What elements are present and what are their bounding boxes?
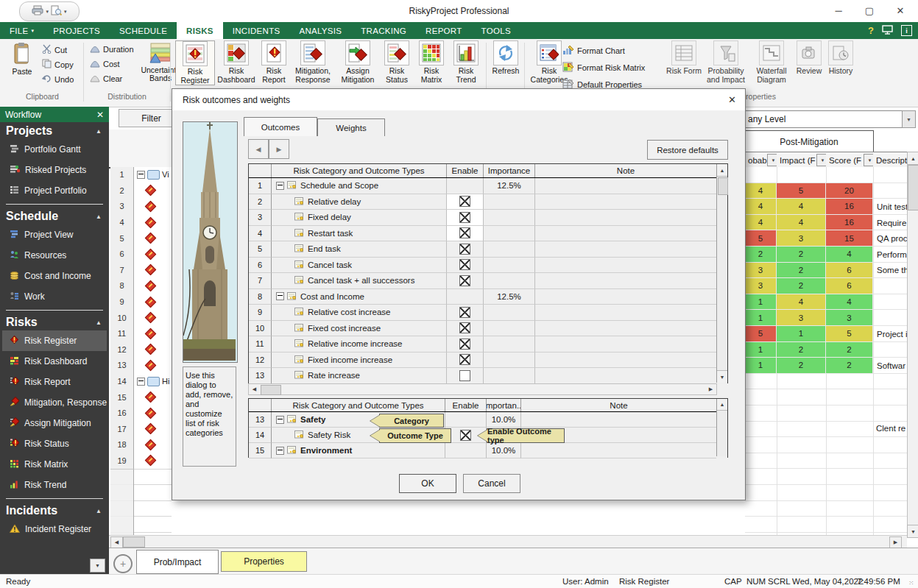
scroll-down-icon[interactable]: ▼: [717, 370, 727, 383]
enable-checkbox[interactable]: [459, 354, 470, 365]
enable-checkbox[interactable]: [459, 212, 470, 223]
tab-tools[interactable]: TOOLS: [472, 22, 520, 39]
outcome-name-cell[interactable]: Relative income increase: [272, 336, 447, 353]
collapse-toggle[interactable]: [276, 292, 284, 300]
outcome-name-cell[interactable]: Schedule and Scope: [272, 178, 447, 194]
row-number[interactable]: 5: [249, 241, 272, 258]
help-icon[interactable]: ?: [868, 25, 874, 36]
row-number[interactable]: 13: [249, 368, 272, 384]
probability-cell[interactable]: 5: [745, 326, 777, 342]
outcome-row[interactable]: 8 Cost and Income 12.5%: [249, 289, 727, 305]
level-dropdown-button[interactable]: ▼: [902, 110, 916, 128]
resize-grip[interactable]: ⁙: [908, 579, 915, 587]
sidebar-item-incident-register[interactable]: Incident Register: [0, 519, 109, 539]
waterfall-diagram-button[interactable]: Waterfall Diagram: [750, 40, 793, 84]
collapse-toggle[interactable]: [137, 171, 145, 179]
outcome-row[interactable]: 7 Cancel task + all successors: [249, 273, 727, 289]
outcome-row[interactable]: 4 Restart task: [249, 226, 727, 242]
row-number[interactable]: 15: [249, 443, 272, 458]
row-number[interactable]: 12: [249, 353, 272, 369]
ok-button[interactable]: OK: [399, 474, 456, 493]
outcome-name-cell[interactable]: Fixed income increase: [272, 353, 447, 369]
enable-cell[interactable]: [447, 321, 484, 337]
info-icon[interactable]: i: [901, 25, 912, 36]
scrollbar-thumb[interactable]: [123, 536, 145, 548]
enable-cell[interactable]: [447, 226, 484, 242]
review-button[interactable]: Review: [794, 40, 824, 76]
workflow-close-icon[interactable]: ✕: [96, 110, 104, 120]
group-row[interactable]: Vi: [137, 170, 169, 180]
register-row[interactable]: 14 Hi: [110, 374, 172, 390]
impact-cell[interactable]: 3: [777, 230, 826, 247]
table-vertical-scrollbar[interactable]: ▲ ▼: [716, 164, 727, 383]
scrollbar-thumb[interactable]: [718, 177, 728, 195]
score-cell[interactable]: 2: [826, 358, 873, 374]
enable-cell[interactable]: [447, 178, 484, 194]
print-dropdown-caret[interactable]: ▾: [46, 9, 49, 15]
sidebar-item-portfolio-gantt[interactable]: Portfolio Gantt: [0, 139, 109, 160]
probability-cell[interactable]: 4: [745, 183, 777, 199]
history-button[interactable]: History: [825, 40, 856, 76]
enable-checkbox[interactable]: [459, 244, 470, 255]
enable-checkbox[interactable]: [459, 370, 470, 381]
row-number[interactable]: 8: [249, 289, 272, 305]
sidebar-item-resources[interactable]: Resources: [0, 245, 109, 266]
col-importance[interactable]: Importan...: [487, 399, 521, 411]
row-number[interactable]: 13: [249, 412, 272, 428]
enable-cell[interactable]: [447, 194, 484, 210]
sidebar-item-work[interactable]: Work: [0, 286, 109, 307]
maximize-button[interactable]: ▢: [854, 0, 885, 21]
collapse-toggle[interactable]: [276, 416, 284, 424]
probability-impact-button[interactable]: Probability and Impact: [703, 40, 749, 84]
tab-projects[interactable]: PROJECTS: [43, 22, 110, 39]
note-cell[interactable]: [535, 210, 716, 226]
scroll-left-icon[interactable]: ◀: [249, 384, 260, 394]
note-cell[interactable]: [535, 178, 716, 194]
score-row[interactable]: 2 2 4 Perform: [745, 247, 918, 263]
impact-cell[interactable]: 4: [777, 294, 826, 311]
collapse-toggle[interactable]: [276, 447, 284, 455]
score-cell[interactable]: 5: [826, 326, 873, 342]
score-cell[interactable]: 4: [826, 294, 873, 311]
row-number[interactable]: 11: [110, 325, 134, 342]
outcome-name-cell[interactable]: Cancel task: [272, 258, 447, 274]
register-row[interactable]: 19: [110, 453, 172, 470]
row-number[interactable]: 9: [249, 305, 272, 321]
probability-cell[interactable]: 1: [745, 294, 777, 311]
row-number[interactable]: 5: [110, 230, 134, 247]
sidebar-item-risk-trend[interactable]: Risk Trend: [0, 475, 109, 495]
category-row-environment[interactable]: 15 Environment 10.0%: [249, 443, 727, 458]
enable-cell[interactable]: [445, 443, 487, 458]
sidebar-item-risk-matrix[interactable]: Risk Matrix: [0, 454, 109, 475]
print-icon[interactable]: [32, 5, 43, 18]
register-row[interactable]: 7: [110, 263, 172, 279]
tab-file[interactable]: FILE▾: [0, 22, 43, 39]
add-view-button[interactable]: +: [113, 554, 133, 573]
row-number[interactable]: 10: [249, 321, 272, 337]
scroll-right-icon[interactable]: ▶: [889, 536, 902, 548]
register-row[interactable]: 1 Vi: [110, 167, 172, 183]
register-row[interactable]: 2: [110, 183, 172, 199]
col-category[interactable]: Risk Category and Outcome Types: [272, 164, 447, 177]
probability-cell[interactable]: 3: [745, 263, 777, 279]
group-row[interactable]: Hi: [137, 377, 169, 386]
score-row[interactable]: 1 2 2: [745, 342, 918, 358]
row-number[interactable]: 6: [110, 246, 134, 263]
dialog-close-icon[interactable]: ✕: [728, 94, 736, 105]
outcome-name-cell[interactable]: Cancel task + all successors: [272, 273, 447, 289]
row-number[interactable]: 8: [110, 278, 134, 295]
risk-register-button[interactable]: Risk Register: [175, 40, 215, 85]
print-preview-icon[interactable]: [51, 5, 62, 18]
tab-analysis[interactable]: ANALYSIS: [289, 22, 351, 39]
score-row[interactable]: 3 2 6: [745, 278, 918, 294]
score-cell[interactable]: 20: [826, 183, 873, 199]
collapse-toggle[interactable]: [276, 182, 284, 190]
section-risks[interactable]: Risks▲: [0, 314, 109, 330]
sidebar-item-risk-status[interactable]: Risk Status: [0, 433, 109, 454]
impact-cell[interactable]: 1: [777, 326, 826, 342]
row-number[interactable]: 7: [249, 273, 272, 289]
outcome-name-cell[interactable]: End task: [272, 241, 447, 258]
sidebar-item-risk-report[interactable]: Risk Report: [0, 372, 109, 392]
probability-cell[interactable]: 1: [745, 310, 777, 326]
quick-access-toolbar[interactable]: ▾ ▾: [19, 1, 80, 21]
